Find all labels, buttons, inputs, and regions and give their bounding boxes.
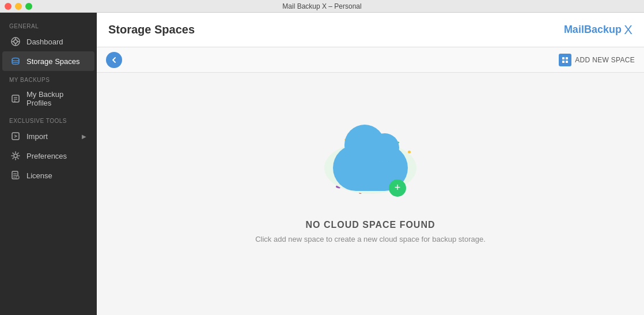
minimize-button[interactable] xyxy=(15,3,22,10)
sidebar-section-general: GENERAL xyxy=(0,17,97,32)
logo-area: MailBackup X xyxy=(564,22,632,38)
logo-backup: Backup xyxy=(584,24,622,35)
svg-rect-21 xyxy=(562,61,565,63)
window-controls xyxy=(5,3,32,10)
cloud-illustration: + xyxy=(313,122,428,208)
page-title: Storage Spaces xyxy=(108,23,195,36)
sidebar-dashboard-label: Dashboard xyxy=(26,38,63,46)
backup-icon xyxy=(10,93,21,104)
sidebar-item-import[interactable]: Import ▶ xyxy=(2,126,94,146)
empty-state-subtitle: Click add new space to create a new clou… xyxy=(255,235,486,243)
sidebar-item-dashboard[interactable]: Dashboard xyxy=(2,32,94,51)
sidebar-item-backup-profiles[interactable]: My Backup Profiles xyxy=(2,85,94,112)
sidebar: GENERAL Dashboard xyxy=(0,13,97,315)
add-new-space-label: ADD NEW SPACE xyxy=(575,56,635,64)
maximize-button[interactable] xyxy=(25,3,32,10)
sidebar-storage-label: Storage Spaces xyxy=(26,57,80,66)
back-button[interactable] xyxy=(106,52,122,68)
sidebar-item-storage-spaces[interactable]: Storage Spaces xyxy=(2,51,94,71)
logo-x: X xyxy=(622,22,632,38)
sidebar-section-tools: EXCLUSIVE TOOLS xyxy=(0,112,97,126)
main-content: Storage Spaces MailBackup X xyxy=(97,13,644,315)
sidebar-backup-label: My Backup Profiles xyxy=(26,90,86,107)
add-new-space-button[interactable]: ADD NEW SPACE xyxy=(559,54,635,66)
empty-state-title: NO CLOUD SPACE FOUND xyxy=(305,220,435,230)
app-container: GENERAL Dashboard xyxy=(0,13,644,315)
sidebar-import-label: Import xyxy=(26,132,48,141)
sidebar-item-license[interactable]: ✓ License xyxy=(2,166,94,185)
svg-point-12 xyxy=(14,154,17,158)
svg-text:✓: ✓ xyxy=(17,177,19,179)
license-icon: ✓ xyxy=(10,170,21,181)
logo-mail: Mail xyxy=(564,24,584,35)
sidebar-item-preferences[interactable]: Preferences xyxy=(2,146,94,166)
sidebar-section-backups: MY BACKUPS xyxy=(0,71,97,85)
title-bar: Mail Backup X – Personal xyxy=(0,0,644,13)
close-button[interactable] xyxy=(5,3,12,10)
dashboard-icon xyxy=(10,36,21,47)
empty-state: + NO CLOUD SPACE FOUND Click add new spa… xyxy=(97,73,644,315)
import-arrow-icon: ▶ xyxy=(82,133,86,140)
sidebar-license-label: License xyxy=(26,171,52,180)
window-title: Mail Backup X – Personal xyxy=(282,2,361,10)
sidebar-preferences-label: Preferences xyxy=(26,152,67,160)
add-space-icon xyxy=(559,54,571,66)
cloud-plus-icon: + xyxy=(389,179,406,197)
svg-rect-19 xyxy=(562,57,565,59)
import-icon xyxy=(10,131,21,141)
toolbar: ADD NEW SPACE xyxy=(97,47,644,73)
svg-point-1 xyxy=(14,40,17,43)
content-header: Storage Spaces MailBackup X xyxy=(97,13,644,47)
logo-text: MailBackup xyxy=(564,24,622,36)
storage-icon xyxy=(10,56,21,66)
svg-rect-22 xyxy=(566,61,568,63)
svg-point-6 xyxy=(12,58,19,61)
preferences-icon xyxy=(10,151,21,161)
svg-rect-20 xyxy=(566,57,568,59)
svg-rect-11 xyxy=(12,133,19,140)
